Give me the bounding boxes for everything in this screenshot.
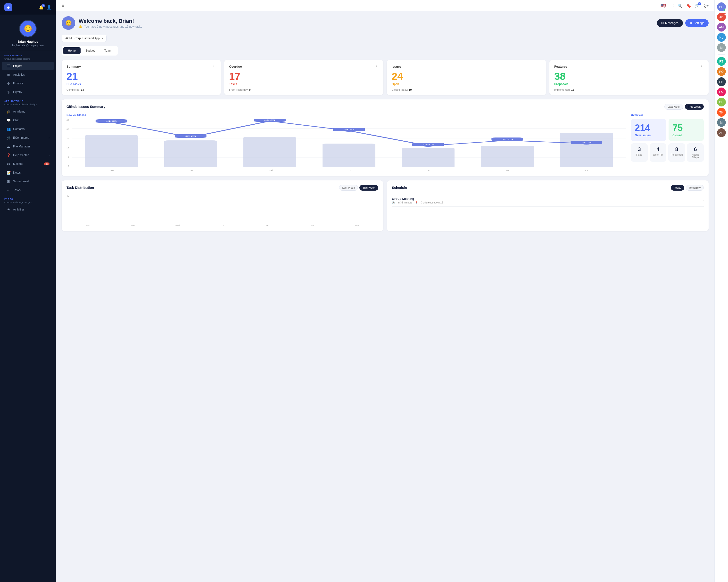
location-icon: 📍 (415, 201, 418, 204)
sidebar-item-label: Activities (13, 208, 25, 211)
sidebar-item-mailbox[interactable]: ✉ Mailbox 27 (2, 160, 54, 168)
messages-button[interactable]: ✉ Messages (657, 19, 683, 27)
svg-rect-9 (322, 144, 375, 167)
user-status-icon[interactable]: 👤 (47, 5, 51, 10)
overdue-menu-button[interactable]: ⋮ (374, 64, 379, 69)
tab-budget[interactable]: Budget (81, 47, 100, 54)
triage-number: 6 (694, 146, 697, 153)
right-avatar-5[interactable]: RT (717, 57, 726, 66)
svg-text:43: 43 (264, 119, 276, 121)
topbar-left: ≡ (62, 3, 64, 8)
features-number: 38 (554, 71, 704, 82)
summary-card: Summary ⋮ 21 Due Tasks Completed: 13 (62, 60, 221, 95)
bookmark-button[interactable]: 🔖 (686, 3, 691, 8)
right-avatar-3[interactable]: KL (717, 33, 726, 42)
wontfix-label: Won't Fix (653, 154, 663, 156)
svg-text:34: 34 (343, 129, 355, 131)
dashboards-sub: Unique dashboard designs (0, 58, 56, 62)
chart-container: 45 36 27 18 9 0 (67, 119, 626, 172)
right-avatar-12[interactable]: AB (717, 128, 726, 137)
sidebar-item-chat[interactable]: 💬 Chat (2, 116, 54, 124)
right-avatar-7[interactable]: SN (717, 77, 726, 86)
flag-icon[interactable]: 🇺🇸 (660, 3, 666, 8)
svg-text:25: 25 (501, 138, 513, 140)
sidebar-user-section: 😊 Brian Hughes hughes.brian@company.com (0, 15, 56, 51)
bell-icon: 🔔 (79, 25, 82, 28)
task-dist-this-week-button[interactable]: This Week (359, 185, 378, 191)
sidebar-user-name: Brian Hughes (18, 40, 38, 44)
hamburger-button[interactable]: ≡ (62, 3, 64, 8)
schedule-title: Schedule (392, 186, 407, 190)
overdue-card-header: Overdue ⋮ (229, 64, 379, 69)
reopened-number: 8 (675, 146, 678, 153)
schedule-today-button[interactable]: Today (671, 185, 684, 191)
task-distribution-card: Task Distribution Last Week This Week 40… (62, 181, 383, 231)
right-avatar-11[interactable]: M (717, 118, 726, 127)
sidebar-item-contacts[interactable]: 👥 Contacts (2, 125, 54, 133)
tab-team[interactable]: Team (100, 47, 116, 54)
sidebar-item-project[interactable]: ☰ Project (2, 62, 54, 70)
logo-icon[interactable]: ◆ (4, 3, 12, 11)
sidebar-item-label: ECommerce (13, 136, 29, 139)
reopened-label: Re-opened (671, 154, 683, 156)
project-selector[interactable]: ACME Corp. Backend App ▾ (62, 35, 106, 42)
project-selector-label: ACME Corp. Backend App (65, 37, 100, 40)
notification-button[interactable]: 🔔 3 (39, 5, 44, 10)
issues-menu-button[interactable]: ⋮ (537, 64, 541, 69)
right-avatar-10[interactable]: TK (717, 108, 726, 117)
activities-icon: ★ (6, 207, 11, 212)
right-avatar-0[interactable]: BH (717, 2, 726, 11)
features-card-header: Features ⋮ (554, 64, 704, 69)
chevron-right-icon: › (49, 154, 50, 157)
message-button[interactable]: 💬 (704, 3, 709, 8)
schedule-event-meta: 🕐 in 32 minutes 📍 Conference room 1B (392, 201, 443, 204)
right-avatar-6[interactable]: PO (717, 67, 726, 76)
right-avatar-9[interactable]: CR (717, 98, 726, 107)
sidebar-item-analytics[interactable]: ◎ Analytics (2, 71, 54, 79)
sidebar-item-academy[interactable]: 🎓 Academy (2, 107, 54, 116)
features-menu-button[interactable]: ⋮ (700, 64, 704, 69)
fullscreen-button[interactable]: ⛶ (670, 3, 674, 8)
x-label-wed: Wed (268, 169, 273, 172)
mailbox-icon: ✉ (6, 162, 11, 166)
sidebar-item-ecommerce[interactable]: 🛒 ECommerce › (2, 134, 54, 142)
svg-rect-6 (85, 135, 138, 167)
overdue-footer: From yesterday: 9 (229, 88, 379, 91)
sidebar-item-notes[interactable]: 📝 Notes (2, 169, 54, 177)
sidebar-item-finance[interactable]: ⊙ Finance (2, 79, 54, 87)
applications-sub: Custom made application designs (0, 103, 56, 107)
right-avatar-2[interactable]: AM (717, 23, 726, 31)
fixed-number: 3 (638, 146, 641, 153)
sidebar-item-crypto[interactable]: $ Crypto (2, 88, 54, 96)
project-icon: ☰ (6, 64, 11, 68)
summary-menu-button[interactable]: ⋮ (212, 64, 216, 69)
tab-home[interactable]: Home (63, 47, 81, 54)
github-this-week-button[interactable]: This Week (685, 104, 704, 110)
schedule-tomorrow-button[interactable]: Tomorrow (686, 185, 704, 191)
bar-wed-label: Wed (176, 224, 180, 227)
svg-text:20: 20 (422, 144, 434, 146)
gear-icon: ⚙ (690, 21, 692, 25)
sidebar-item-activities[interactable]: ★ Activities (2, 205, 54, 214)
y-label-0: 0 (67, 165, 69, 167)
search-button[interactable]: 🔍 (678, 3, 682, 8)
sidebar-item-scrumboard[interactable]: ⊞ Scrumboard (2, 177, 54, 186)
chart-area: New vs. Closed 45 36 27 18 9 0 (67, 113, 626, 172)
crypto-icon: $ (6, 90, 11, 94)
right-avatar-4[interactable]: M (717, 43, 726, 52)
task-dist-last-week-button[interactable]: Last Week (339, 185, 358, 191)
notification-indicator (724, 12, 726, 15)
right-avatar-8[interactable]: LM (717, 87, 726, 96)
analytics-icon: ◎ (6, 73, 11, 77)
settings-button[interactable]: ⚙ Settings (685, 19, 709, 27)
right-avatar-1[interactable]: JD (717, 12, 726, 21)
sidebar-item-helpcenter[interactable]: ❓ Help Center › (2, 151, 54, 159)
cart-button[interactable]: 🛒 5 (695, 3, 700, 8)
chevron-right-icon: › (49, 137, 50, 139)
bar-mon: Mon (67, 223, 109, 227)
sidebar-item-filemanager[interactable]: ☁ File Manager (2, 142, 54, 150)
sidebar-item-tasks[interactable]: ✓ Tasks (2, 186, 54, 194)
chevron-right-icon[interactable]: › (703, 199, 704, 202)
github-last-week-button[interactable]: Last Week (665, 104, 683, 110)
helpcenter-icon: ❓ (6, 153, 11, 157)
